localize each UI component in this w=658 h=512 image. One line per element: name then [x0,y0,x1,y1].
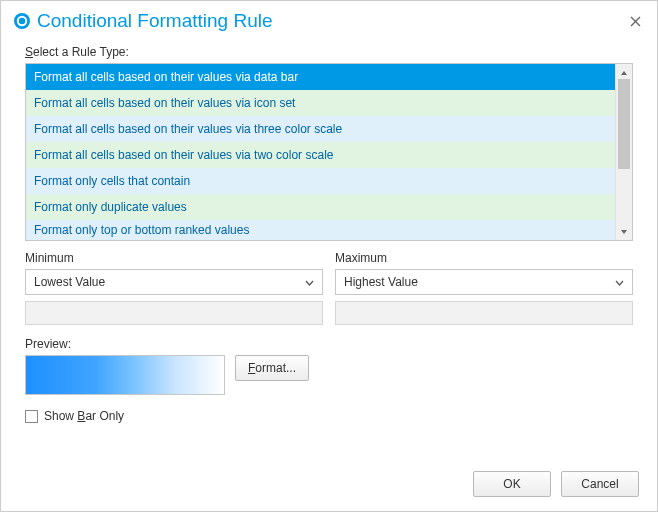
maximum-select-value: Highest Value [344,275,418,289]
cancel-button[interactable]: Cancel [561,471,639,497]
titlebar: Conditional Formatting Rule [1,1,657,37]
preview-row: FFormat...ormat... [25,355,633,395]
show-bar-only-post: ar Only [85,409,124,423]
close-button[interactable] [623,9,647,33]
chevron-down-icon [615,275,624,289]
minimum-select[interactable]: Lowest Value [25,269,323,295]
preview-label: Preview: [25,337,633,351]
dialog-content: Select a Rule Type: Format all cells bas… [1,37,657,461]
rule-list-scrollbar[interactable] [615,64,632,240]
scroll-up-button[interactable] [618,66,631,79]
show-bar-only-checkbox[interactable] [25,410,38,423]
conditional-formatting-dialog: Conditional Formatting Rule Select a Rul… [0,0,658,512]
maximum-select[interactable]: Highest Value [335,269,633,295]
show-bar-only-label[interactable]: Show Bar Only [44,409,124,423]
rule-item-top-bottom[interactable]: Format only top or bottom ranked values [26,220,615,240]
rule-item-icon-set[interactable]: Format all cells based on their values v… [26,90,615,116]
rule-item-cells-contain[interactable]: Format only cells that contain [26,168,615,194]
chevron-down-icon [305,275,314,289]
rule-item-data-bar[interactable]: Format all cells based on their values v… [26,64,615,90]
minmax-labels: Minimum Lowest Value Maximum Highest Val… [25,251,633,295]
minmax-inputs [25,301,633,325]
ok-button[interactable]: OK [473,471,551,497]
select-rule-text: elect a Rule Type: [33,45,129,59]
show-bar-only-row: Show Bar Only [25,409,633,423]
rule-item-duplicate-values[interactable]: Format only duplicate values [26,194,615,220]
rule-item-two-color-scale[interactable]: Format all cells based on their values v… [26,142,615,168]
preview-swatch [25,355,225,395]
rule-item-three-color-scale[interactable]: Format all cells based on their values v… [26,116,615,142]
select-rule-type-label: Select a Rule Type: [25,45,633,59]
scroll-thumb[interactable] [618,79,630,169]
maximum-input[interactable] [335,301,633,325]
select-rule-mnemonic: S [25,45,33,59]
show-bar-only-pre: Show [44,409,77,423]
scroll-track[interactable] [616,79,632,225]
app-icon [13,12,31,30]
rule-type-list-viewport: Format all cells based on their values v… [26,64,615,240]
minimum-input[interactable] [25,301,323,325]
dialog-title: Conditional Formatting Rule [37,10,623,32]
minimum-label: Minimum [25,251,323,265]
rule-type-list: Format all cells based on their values v… [25,63,633,241]
maximum-label: Maximum [335,251,633,265]
svg-point-2 [19,18,25,24]
scroll-down-button[interactable] [618,225,631,238]
minimum-select-value: Lowest Value [34,275,105,289]
format-button[interactable]: FFormat...ormat... [235,355,309,381]
dialog-footer: OK Cancel [1,461,657,511]
